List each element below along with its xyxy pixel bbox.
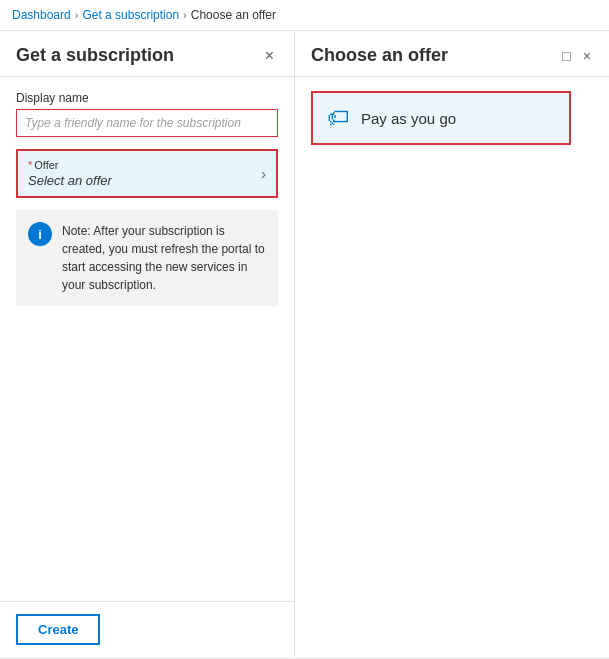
breadcrumb: Dashboard › Get a subscription › Choose … [0, 0, 609, 31]
breadcrumb-sep-1: › [75, 9, 79, 21]
display-name-input[interactable] [16, 109, 278, 137]
pay-as-you-go-offer-card[interactable]: 🏷 Pay as you go [311, 91, 571, 145]
breadcrumb-choose-offer: Choose an offer [191, 8, 276, 22]
offer-label: *Offer [28, 159, 112, 171]
display-name-label: Display name [16, 91, 278, 105]
left-panel-body: Display name *Offer Select an offer › [0, 77, 294, 601]
info-text: Note: After your subscription is created… [62, 222, 266, 294]
right-panel-body: 🏷 Pay as you go [295, 77, 609, 657]
right-panel-header: Choose an offer □ × [295, 31, 609, 77]
info-note: i Note: After your subscription is creat… [16, 210, 278, 306]
breadcrumb-dashboard[interactable]: Dashboard [12, 8, 71, 22]
offer-selector-content: *Offer Select an offer [28, 159, 112, 188]
main-layout: Get a subscription × Display name *Offer… [0, 31, 609, 657]
right-panel-close-button[interactable]: × [581, 46, 593, 66]
info-icon: i [28, 222, 52, 246]
left-panel-close-button[interactable]: × [261, 46, 278, 66]
offer-card-name: Pay as you go [361, 110, 456, 127]
minimize-button[interactable]: □ [560, 46, 572, 66]
offer-selector[interactable]: *Offer Select an offer › [16, 149, 278, 198]
left-panel-header: Get a subscription × [0, 31, 294, 77]
display-name-field-group: Display name [16, 91, 278, 137]
left-panel: Get a subscription × Display name *Offer… [0, 31, 295, 657]
left-panel-footer: Create [0, 601, 294, 657]
right-panel-icons: □ × [560, 46, 593, 66]
offer-value: Select an offer [28, 173, 112, 188]
breadcrumb-sep-2: › [183, 9, 187, 21]
offer-required-star: * [28, 159, 32, 171]
breadcrumb-get-subscription[interactable]: Get a subscription [82, 8, 179, 22]
create-button[interactable]: Create [16, 614, 100, 645]
left-panel-title: Get a subscription [16, 45, 174, 66]
right-panel: Choose an offer □ × 🏷 Pay as you go [295, 31, 609, 657]
right-panel-title: Choose an offer [311, 45, 448, 66]
offer-field-group: *Offer Select an offer › [16, 149, 278, 198]
offer-tag-icon: 🏷 [327, 105, 349, 131]
chevron-right-icon: › [261, 166, 266, 182]
